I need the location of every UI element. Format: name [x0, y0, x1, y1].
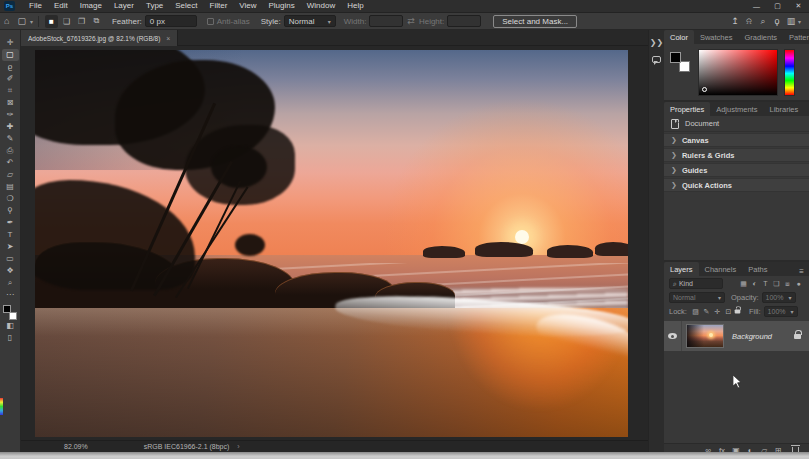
- fill-input[interactable]: 100%▾: [764, 306, 798, 317]
- panel-tab[interactable]: Layers: [664, 262, 699, 276]
- lock-position-icon[interactable]: ✛: [712, 308, 723, 316]
- lock-pixels-icon[interactable]: ✎: [701, 308, 712, 316]
- blur-tool[interactable]: ❍: [2, 193, 19, 205]
- dodge-tool[interactable]: ⚲: [2, 205, 19, 217]
- type-tool[interactable]: T: [2, 229, 19, 241]
- lasso-tool[interactable]: ϱ: [2, 61, 19, 73]
- tool-preset-caret-icon[interactable]: ▾: [30, 18, 33, 25]
- tab-close-icon[interactable]: ×: [166, 35, 170, 42]
- color-picker-marker[interactable]: [702, 87, 707, 92]
- filter-adjustment-layers-icon[interactable]: ◐: [749, 280, 760, 288]
- menu-item[interactable]: Plugins: [263, 0, 301, 12]
- filter-shape-layers-icon[interactable]: ❏: [771, 280, 782, 288]
- properties-section-row[interactable]: ❯ Guides: [664, 163, 809, 177]
- layer-thumbnail[interactable]: [686, 324, 724, 348]
- color-panel-swatches[interactable]: [670, 52, 690, 72]
- tool-preset-icon[interactable]: ▢: [13, 13, 30, 29]
- add-to-selection-mode[interactable]: ❏: [60, 15, 73, 28]
- panel-tab[interactable]: Properties: [664, 102, 710, 116]
- height-input[interactable]: [447, 15, 481, 27]
- collapse-panels-icon[interactable]: ❯❯: [650, 38, 663, 47]
- panel-tab[interactable]: Swatches: [694, 30, 739, 44]
- eye-icon[interactable]: [668, 333, 677, 339]
- move-tool[interactable]: ✛: [2, 37, 19, 49]
- zoom-level-field[interactable]: 82.09%: [64, 443, 88, 450]
- home-icon[interactable]: ⌂: [0, 13, 13, 29]
- foreground-color-swatch[interactable]: [3, 305, 11, 313]
- menu-item[interactable]: Help: [341, 0, 369, 12]
- frame-tool[interactable]: ⊠: [2, 97, 19, 109]
- lock-all-icon[interactable]: [735, 310, 741, 314]
- filter-smart-objects-icon[interactable]: ⧈: [782, 280, 793, 288]
- comments-icon[interactable]: [652, 56, 661, 63]
- menu-item[interactable]: Image: [74, 0, 108, 12]
- layer-locked-icon[interactable]: [794, 334, 801, 339]
- layer-filter-select[interactable]: ⌕ Kind: [669, 278, 723, 289]
- filter-toggle-icon[interactable]: ●: [793, 280, 804, 288]
- visibility-cell[interactable]: [664, 321, 682, 351]
- opacity-input[interactable]: 100%▾: [762, 292, 796, 303]
- antialias-checkbox[interactable]: [207, 18, 214, 25]
- style-select[interactable]: Normal ▾: [284, 15, 336, 27]
- foreground-color-swatch[interactable]: [670, 52, 681, 63]
- select-and-mask-button[interactable]: Select and Mask...: [493, 15, 577, 28]
- new-selection-mode[interactable]: ■: [45, 15, 58, 28]
- quick-mask-button[interactable]: ◧: [2, 320, 19, 332]
- panel-tab[interactable]: Paths: [742, 262, 773, 276]
- panel-tab[interactable]: Color: [664, 30, 694, 44]
- menu-item[interactable]: Layer: [108, 0, 140, 12]
- screen-mode-button[interactable]: ▯: [2, 332, 19, 344]
- eyedropper-tool[interactable]: ✑: [2, 109, 19, 121]
- menu-item[interactable]: View: [233, 0, 262, 12]
- toolbar-ellipsis[interactable]: ⋯: [2, 289, 19, 301]
- foreground-background-swatches[interactable]: [3, 305, 17, 320]
- menu-item[interactable]: Window: [301, 0, 341, 12]
- path-selection-tool[interactable]: ➤: [2, 241, 19, 253]
- history-brush-tool[interactable]: ↶: [2, 157, 19, 169]
- pen-tool[interactable]: ✒: [2, 217, 19, 229]
- maximize-button[interactable]: ▢: [767, 0, 788, 12]
- hand-tool[interactable]: ❖: [2, 265, 19, 277]
- intersect-selection-mode[interactable]: ⧉: [90, 15, 103, 28]
- rectangular-marquee-tool[interactable]: ▢: [2, 49, 19, 61]
- status-options-chevron-icon[interactable]: ›: [237, 443, 239, 450]
- swap-dimensions-icon[interactable]: ⇄: [403, 13, 419, 29]
- panel-menu-icon[interactable]: ≡: [794, 267, 809, 276]
- search-icon[interactable]: ⌕: [756, 16, 770, 27]
- brush-tool[interactable]: ✎: [2, 133, 19, 145]
- menu-item[interactable]: File: [23, 0, 48, 12]
- panel-menu-icon[interactable]: ≡: [804, 107, 809, 116]
- filter-pixel-layers-icon[interactable]: ▦: [738, 280, 749, 288]
- subtract-from-selection-mode[interactable]: ❐: [75, 15, 88, 28]
- rectangle-tool[interactable]: ▭: [2, 253, 19, 265]
- clone-stamp-tool[interactable]: ⎙: [2, 145, 19, 157]
- panel-tab[interactable]: Channels: [699, 262, 743, 276]
- gradient-tool[interactable]: ▤: [2, 181, 19, 193]
- layer-row-background[interactable]: Background: [664, 321, 809, 351]
- properties-section-row[interactable]: ❯ Quick Actions: [664, 178, 809, 192]
- minimize-button[interactable]: —: [746, 0, 767, 12]
- menu-item[interactable]: Type: [140, 0, 169, 12]
- panel-tab[interactable]: Libraries: [763, 102, 804, 116]
- layer-name[interactable]: Background: [732, 332, 772, 341]
- blend-mode-select[interactable]: Normal▾: [669, 292, 725, 303]
- eraser-tool[interactable]: ▱: [2, 169, 19, 181]
- hue-slider[interactable]: [784, 49, 795, 96]
- discover-lightbulb-icon[interactable]: ϙ: [770, 16, 784, 27]
- notifications-bell-icon[interactable]: ⍾: [742, 16, 756, 27]
- menu-item[interactable]: Filter: [204, 0, 234, 12]
- menu-item[interactable]: Select: [169, 0, 203, 12]
- workspace-switcher-icon[interactable]: ▥: [784, 16, 798, 27]
- workspace-caret-icon[interactable]: ▾: [798, 18, 801, 25]
- properties-section-row[interactable]: ❯ Rulers & Grids: [664, 148, 809, 162]
- document-tab[interactable]: AdobeStock_67619326.jpg @ 82.1% (RGB/8) …: [21, 30, 178, 46]
- properties-section-row[interactable]: ❯ Canvas: [664, 133, 809, 147]
- close-button[interactable]: ✕: [788, 0, 809, 12]
- lock-transparency-icon[interactable]: ▨: [690, 308, 701, 316]
- menu-item[interactable]: Edit: [48, 0, 74, 12]
- canvas-pasteboard[interactable]: [21, 46, 648, 440]
- feather-input[interactable]: 0 px: [145, 15, 197, 27]
- saturation-brightness-picker[interactable]: [698, 49, 778, 96]
- zoom-tool[interactable]: ⌕: [2, 277, 19, 289]
- lock-artboard-icon[interactable]: ⊡: [723, 308, 734, 316]
